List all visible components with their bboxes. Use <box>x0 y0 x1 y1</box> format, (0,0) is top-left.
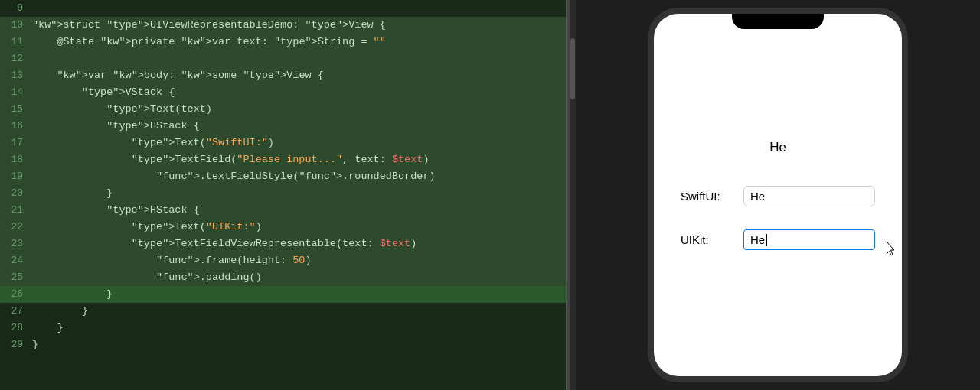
code-lines: 910"kw">struct "type">UIViewRepresentabl… <box>0 0 566 353</box>
preview-panel: He SwiftUI: He UIKit: He <box>576 0 980 390</box>
line-number: 15 <box>0 101 32 118</box>
line-number: 14 <box>0 84 32 101</box>
line-number: 17 <box>0 135 32 151</box>
line-content: "kw">var "kw">body: "kw">some "type">Vie… <box>32 67 566 84</box>
line-number: 18 <box>0 151 32 168</box>
line-content: "type">TextFieldViewRepresentable(text: … <box>32 236 566 252</box>
preview-top-text: He <box>769 140 786 155</box>
phone-screen: He SwiftUI: He UIKit: He <box>654 14 902 376</box>
code-line-15: 15 "type">Text(text) <box>0 101 566 118</box>
code-line-24: 24 "func">.frame(height: 50) <box>0 252 566 269</box>
code-line-13: 13 "kw">var "kw">body: "kw">some "type">… <box>0 67 566 84</box>
code-line-10: 10"kw">struct "type">UIViewRepresentable… <box>0 17 566 34</box>
code-line-20: 20 } <box>0 185 566 202</box>
code-line-27: 27 } <box>0 303 566 320</box>
line-content: } <box>32 286 566 303</box>
line-number: 24 <box>0 252 32 269</box>
code-line-17: 17 "type">Text("SwiftUI:") <box>0 135 566 151</box>
line-number: 27 <box>0 303 32 320</box>
line-number: 12 <box>0 50 32 67</box>
code-line-21: 21 "type">HStack { <box>0 202 566 219</box>
code-line-11: 11 @State "kw">private "kw">var text: "t… <box>0 34 566 50</box>
scrollbar-thumb[interactable] <box>570 38 575 99</box>
line-content: "type">VStack { <box>32 84 566 101</box>
line-number: 11 <box>0 34 32 50</box>
line-content: "func">.frame(height: 50) <box>32 252 566 269</box>
line-content: "type">Text(text) <box>32 101 566 118</box>
line-content: "func">.padding() <box>32 269 566 286</box>
line-number: 26 <box>0 286 32 303</box>
line-content: "type">HStack { <box>32 118 566 135</box>
swiftui-field[interactable]: He <box>743 186 875 206</box>
code-line-19: 19 "func">.textFieldStyle("func">.rounde… <box>0 168 566 185</box>
uikit-row: UIKit: He <box>669 229 887 250</box>
code-editor: 910"kw">struct "type">UIViewRepresentabl… <box>0 0 567 390</box>
line-content: } <box>32 185 566 202</box>
code-line-14: 14 "type">VStack { <box>0 84 566 101</box>
line-content: "func">.textFieldStyle("func">.roundedBo… <box>32 168 566 185</box>
code-line-23: 23 "type">TextFieldViewRepresentable(tex… <box>0 236 566 252</box>
line-number: 21 <box>0 202 32 219</box>
line-number: 23 <box>0 236 32 252</box>
code-line-25: 25 "func">.padding() <box>0 269 566 286</box>
line-content: "type">HStack { <box>32 202 566 219</box>
line-content: "type">Text("UIKit:") <box>32 219 566 236</box>
line-number: 25 <box>0 269 32 286</box>
uikit-value: He <box>750 233 765 246</box>
right-scrollbar[interactable] <box>570 0 576 390</box>
code-line-29: 29} <box>0 336 566 353</box>
code-line-26: 26 } <box>0 286 566 303</box>
line-content: "type">Text("SwiftUI:") <box>32 135 566 151</box>
line-content: } <box>32 303 566 320</box>
line-number: 28 <box>0 320 32 336</box>
code-line-12: 12 <box>0 50 566 67</box>
line-content: @State "kw">private "kw">var text: "type… <box>32 34 566 50</box>
line-number: 19 <box>0 168 32 185</box>
line-content: "type">TextField("Please input...", text… <box>32 151 566 168</box>
code-line-28: 28 } <box>0 320 566 336</box>
text-cursor <box>766 234 767 246</box>
code-line-22: 22 "type">Text("UIKit:") <box>0 219 566 236</box>
line-content: } <box>32 320 566 336</box>
line-content: "kw">struct "type">UIViewRepresentableDe… <box>32 17 566 34</box>
swiftui-value: He <box>750 190 765 203</box>
phone-notch <box>732 14 824 29</box>
line-number: 10 <box>0 17 32 34</box>
uikit-field[interactable]: He <box>743 229 875 250</box>
phone-frame: He SwiftUI: He UIKit: He <box>648 8 908 382</box>
swiftui-label: SwiftUI: <box>681 190 734 203</box>
line-number: 22 <box>0 219 32 236</box>
line-number: 20 <box>0 185 32 202</box>
line-content: } <box>32 336 566 353</box>
mouse-cursor-icon <box>887 242 897 257</box>
line-number: 29 <box>0 336 32 353</box>
code-line-9: 9 <box>0 0 566 17</box>
swiftui-row: SwiftUI: He <box>669 186 887 206</box>
uikit-label: UIKit: <box>681 233 734 246</box>
code-line-16: 16 "type">HStack { <box>0 118 566 135</box>
line-number: 9 <box>0 0 32 17</box>
code-line-18: 18 "type">TextField("Please input...", t… <box>0 151 566 168</box>
line-number: 13 <box>0 67 32 84</box>
line-number: 16 <box>0 118 32 135</box>
